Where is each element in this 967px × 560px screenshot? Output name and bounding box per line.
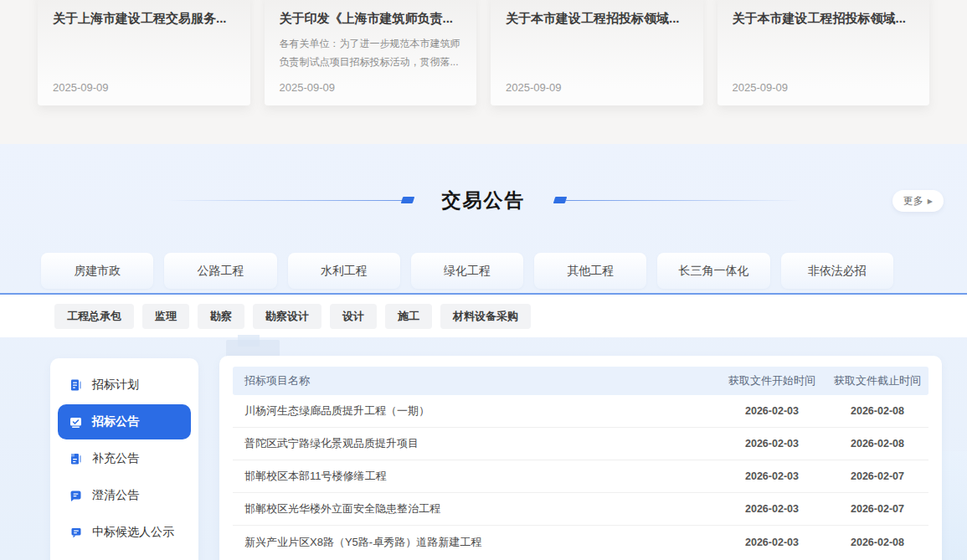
- news-card-title: 关于上海市建设工程交易服务...: [53, 10, 235, 27]
- plan-document-icon: [69, 378, 83, 393]
- file-start-date: 2026-02-03: [718, 405, 826, 417]
- clarification-bubble-icon: [69, 489, 83, 503]
- news-card-date: 2025-09-09: [280, 81, 462, 94]
- supplement-document-icon: [69, 452, 83, 466]
- news-card[interactable]: 关于印发《上海市建筑师负责... 各有关单位：为了进一步规范本市建筑师负责制试点…: [265, 0, 477, 105]
- decorative-line-right: [566, 200, 800, 201]
- decorative-square-left: [400, 197, 414, 203]
- tab-gonglu-gongcheng[interactable]: 公路工程: [164, 253, 276, 289]
- announcement-board-icon: [69, 415, 83, 429]
- trade-announcement-section: 交易公告 更多 ▶ 房建市政 公路工程 水利工程 绿化工程 其他工程 长三角一体…: [0, 144, 967, 560]
- sidebar-item-label: 补充公告: [92, 451, 139, 466]
- tab-shuili-gongcheng[interactable]: 水利工程: [288, 253, 400, 289]
- more-button[interactable]: 更多 ▶: [892, 190, 944, 212]
- file-start-date: 2026-02-03: [718, 503, 826, 515]
- table-row[interactable]: 普陀区武宁路绿化景观品质提升项目 2026-02-03 2026-02-08: [233, 428, 928, 460]
- file-end-date: 2026-02-08: [826, 537, 928, 548]
- table-row[interactable]: 邯郸校区光华楼外立面安全隐患整治工程 2026-02-03 2026-02-07: [233, 493, 928, 526]
- news-card-title: 关于本市建设工程招投标领域...: [506, 10, 688, 27]
- chip-gongcheng-zongchengbao[interactable]: 工程总承包: [54, 304, 134, 329]
- tab-feiyifa-bizhao[interactable]: 非依法必招: [781, 253, 893, 289]
- tab-lvhua-gongcheng[interactable]: 绿化工程: [411, 253, 523, 289]
- news-card-date: 2025-09-09: [53, 81, 235, 94]
- table-header: 招标项目名称 获取文件开始时间 获取文件截止时间: [233, 367, 928, 395]
- tab-fangjian-shizheng[interactable]: 房建市政: [41, 253, 153, 289]
- table-row[interactable]: 川杨河生态绿廊品质提升工程（一期） 2026-02-03 2026-02-08: [233, 395, 928, 428]
- news-card-date: 2025-09-09: [733, 81, 915, 94]
- file-start-date: 2026-02-03: [718, 438, 826, 450]
- announcement-sidebar: 招标计划 招标公告 补充公告 澄清公告 中标候选人公示: [50, 358, 198, 560]
- news-card[interactable]: 关于本市建设工程招投标领域... 2025-09-09: [718, 0, 930, 105]
- decorative-square-right: [553, 197, 567, 203]
- chip-kancha[interactable]: 勘察: [198, 304, 244, 329]
- category-tabs: 房建市政 公路工程 水利工程 绿化工程 其他工程 长三角一体化 非依法必招: [41, 253, 893, 289]
- sidebar-item-supplement-announcement[interactable]: 补充公告: [58, 441, 191, 476]
- column-header-file-start-time: 获取文件开始时间: [718, 373, 826, 388]
- chevron-right-icon: ▶: [928, 198, 933, 205]
- sidebar-item-label: 澄清公告: [92, 488, 139, 503]
- chip-sheji[interactable]: 设计: [330, 304, 377, 329]
- chip-jianli[interactable]: 监理: [142, 304, 189, 329]
- project-name[interactable]: 新兴产业片区X8路（Y5路-卓秀路）道路新建工程: [233, 535, 718, 550]
- project-name[interactable]: 邯郸校区光华楼外立面安全隐患整治工程: [233, 501, 718, 516]
- file-end-date: 2026-02-07: [826, 503, 928, 515]
- sidebar-item-bidding-plan[interactable]: 招标计划: [58, 367, 191, 403]
- news-cards-row: 关于上海市建设工程交易服务... 2025-09-09 关于印发《上海市建筑师负…: [38, 0, 929, 105]
- project-name[interactable]: 普陀区武宁路绿化景观品质提升项目: [233, 436, 718, 451]
- section-title: 交易公告: [442, 188, 526, 213]
- news-section: 关于上海市建设工程交易服务... 2025-09-09 关于印发《上海市建筑师负…: [0, 0, 967, 144]
- news-card[interactable]: 关于本市建设工程招投标领域... 2025-09-09: [491, 0, 703, 105]
- sidebar-item-label: 中标候选人公示: [92, 525, 174, 540]
- news-card-date: 2025-09-09: [506, 81, 688, 94]
- filter-chips-row: 工程总承包 监理 勘察 勘察设计 设计 施工 材料设备采购: [0, 295, 967, 337]
- project-name[interactable]: 川杨河生态绿廊品质提升工程（一期）: [233, 403, 718, 419]
- bidding-announcement-table: 招标项目名称 获取文件开始时间 获取文件截止时间 川杨河生态绿廊品质提升工程（一…: [219, 356, 942, 560]
- news-card-excerpt: 各有关单位：为了进一步规范本市建筑师负责制试点项目招标投标活动，贯彻落...: [280, 34, 462, 71]
- file-start-date: 2026-02-03: [718, 537, 826, 548]
- decorative-line-left: [167, 200, 402, 201]
- file-end-date: 2026-02-07: [826, 470, 928, 482]
- news-card-title: 关于印发《上海市建筑师负责...: [280, 10, 462, 27]
- sidebar-item-label: 招标公告: [92, 414, 139, 429]
- publicity-chat-icon: [69, 526, 83, 540]
- project-name[interactable]: 邯郸校区本部11号楼修缮工程: [233, 469, 718, 484]
- chip-kancha-sheji[interactable]: 勘察设计: [253, 304, 321, 329]
- sidebar-item-winner-candidate-publicity[interactable]: 中标候选人公示: [58, 515, 191, 550]
- chip-shigong[interactable]: 施工: [385, 304, 432, 329]
- sidebar-item-clarification-announcement[interactable]: 澄清公告: [58, 478, 191, 513]
- file-end-date: 2026-02-08: [826, 405, 928, 417]
- news-card[interactable]: 关于上海市建设工程交易服务... 2025-09-09: [38, 0, 250, 105]
- table-row[interactable]: 邯郸校区本部11号楼修缮工程 2026-02-03 2026-02-07: [233, 460, 928, 493]
- tab-changsanjiao[interactable]: 长三角一体化: [657, 253, 769, 289]
- column-header-project-name: 招标项目名称: [233, 373, 718, 388]
- tab-qita-gongcheng[interactable]: 其他工程: [534, 253, 646, 289]
- column-header-file-end-time: 获取文件截止时间: [826, 373, 928, 388]
- chip-cailiao-shebei-caigou[interactable]: 材料设备采购: [440, 304, 531, 329]
- sidebar-item-bidding-announcement[interactable]: 招标公告: [58, 404, 191, 439]
- table-row[interactable]: 新兴产业片区X8路（Y5路-卓秀路）道路新建工程 2026-02-03 2026…: [233, 526, 928, 558]
- file-start-date: 2026-02-03: [718, 470, 826, 482]
- section-header: 交易公告: [0, 186, 967, 214]
- more-button-label: 更多: [903, 194, 923, 208]
- file-end-date: 2026-02-08: [826, 438, 928, 450]
- news-card-title: 关于本市建设工程招投标领域...: [733, 10, 915, 27]
- sidebar-item-label: 招标计划: [92, 378, 139, 393]
